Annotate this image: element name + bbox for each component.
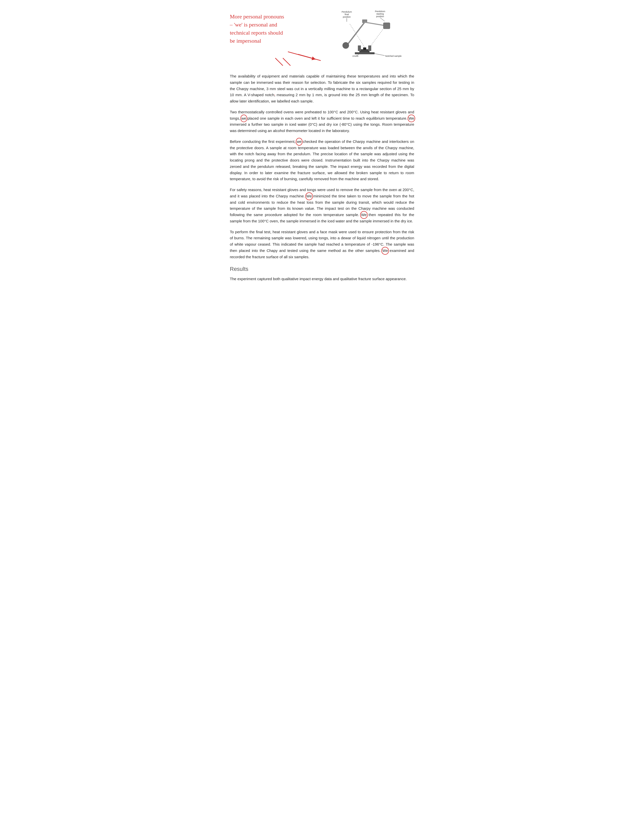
top-section: More personal pronouns – 'we' is persona… (230, 10, 414, 66)
we-circled-3: we (297, 138, 301, 145)
svg-text:starting: starting (376, 13, 384, 15)
svg-line-7 (380, 18, 385, 21)
we-circled-2: We (409, 115, 414, 122)
handwritten-note: More personal pronouns – 'we' is persona… (230, 13, 316, 45)
svg-rect-17 (355, 52, 375, 54)
note-line4: be impersonal (230, 38, 261, 44)
paragraph-4: For safety reasons, heat resistant glove… (230, 187, 414, 224)
results-text: The experiment captured both qualitative… (230, 276, 414, 282)
svg-line-11 (365, 22, 386, 26)
svg-text:position: position (376, 15, 384, 18)
we-circled-5: We (361, 212, 367, 218)
pendulum-diagram: Pendulum final position Pendulum startin… (321, 10, 414, 66)
svg-text:Pendulum: Pendulum (342, 11, 352, 13)
svg-rect-16 (368, 45, 371, 51)
note-line2: – 'we' is personal and (230, 21, 277, 28)
body-text: The availability of equipment and materi… (230, 73, 414, 282)
svg-text:position: position (343, 16, 351, 18)
results-heading: Results (230, 265, 414, 273)
note-line1: More personal pronouns (230, 13, 284, 20)
svg-line-9 (348, 22, 365, 44)
svg-text:Notched sample: Notched sample (385, 55, 402, 57)
svg-rect-12 (383, 23, 390, 29)
we-circled-1: we (242, 115, 246, 122)
svg-rect-15 (358, 45, 361, 51)
diagram-container: Pendulum final position Pendulum startin… (330, 10, 405, 66)
svg-text:Pendulum: Pendulum (375, 10, 385, 13)
svg-rect-14 (363, 47, 366, 50)
we-circled-4: We (306, 193, 312, 199)
strikethrough-comma: , (274, 93, 275, 97)
note-line3: technical reports should (230, 29, 283, 36)
paragraph-2: Two thermostatically controlled ovens we… (230, 109, 414, 134)
svg-point-10 (343, 42, 349, 49)
we-circled-6: We (382, 248, 388, 254)
paragraph-3: Before conducting the first experiment, … (230, 138, 414, 182)
paragraph-5: To perform the final test, heat resistan… (230, 229, 414, 260)
svg-text:final: final (345, 13, 349, 16)
paragraph-1: The availability of equipment and materi… (230, 73, 414, 105)
pendulum-svg: Pendulum final position Pendulum startin… (330, 10, 405, 66)
